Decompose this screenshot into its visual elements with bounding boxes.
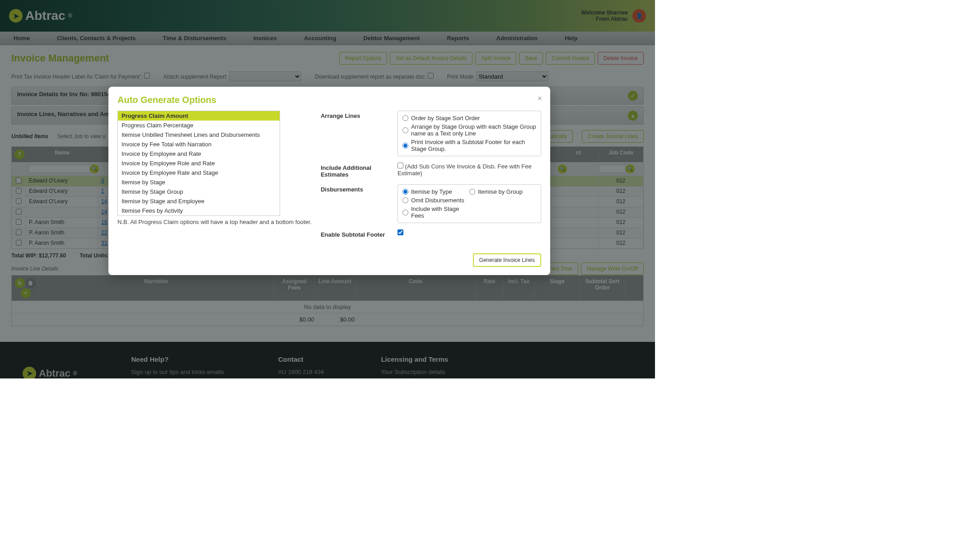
disb-radio[interactable] [402, 197, 408, 203]
subtotal-footer-checkbox[interactable] [398, 229, 403, 235]
arrange-radio[interactable] [402, 127, 408, 133]
subtotal-footer-label: Enable Subtotal Footer [321, 229, 393, 238]
generate-option[interactable]: Itemise by Stage [118, 177, 280, 187]
modal-note: N.B. All Progress Claim options will hav… [117, 219, 312, 225]
generate-option[interactable]: Itemise by Stage Group [118, 187, 280, 196]
generate-option[interactable]: Invoice by Employee Rate and Stage [118, 168, 280, 177]
arrange-radio[interactable] [402, 115, 408, 121]
generate-option[interactable]: Invoice by Employee Role and Rate [118, 159, 280, 168]
options-list: Progress Claim AmountProgress Claim Perc… [117, 111, 280, 216]
auto-generate-modal: Auto Generate Options × Progress Claim A… [108, 87, 550, 275]
include-estimates-checkbox[interactable] [398, 163, 403, 168]
arrange-label: Arrange Lines [321, 111, 393, 119]
disb-options: Itemise by TypeOmit DisbursementsInclude… [398, 184, 541, 223]
disb-radio[interactable] [402, 210, 408, 215]
generate-option[interactable]: Progress Claim Amount [118, 111, 280, 121]
modal-title: Auto Generate Options [117, 95, 541, 105]
disb-radio[interactable] [402, 189, 408, 195]
generate-option[interactable]: Progress Claim Percentage [118, 121, 280, 130]
generate-option[interactable]: Itemise by Stage and Employee [118, 196, 280, 206]
disb-group-radio[interactable] [469, 189, 475, 195]
arrange-radio[interactable] [402, 143, 408, 149]
generate-option[interactable]: Itemise Fees by Activity [118, 206, 280, 215]
disb-label: Disbursements [321, 184, 393, 193]
generate-option[interactable]: Invoice by Employee and Rate [118, 149, 280, 159]
arrange-options: Order by Stage Sort OrderArrange by Stag… [398, 111, 541, 156]
generate-invoice-lines-button[interactable]: Generate Invoice Lines [473, 253, 541, 267]
generate-option[interactable]: Invoice by Fee Total with Narration [118, 140, 280, 149]
generate-option[interactable]: Itemise Unbilled Timesheet Lines and Dis… [118, 130, 280, 140]
include-label: Include Additional Estimates [321, 163, 393, 178]
close-icon[interactable]: × [537, 94, 542, 103]
